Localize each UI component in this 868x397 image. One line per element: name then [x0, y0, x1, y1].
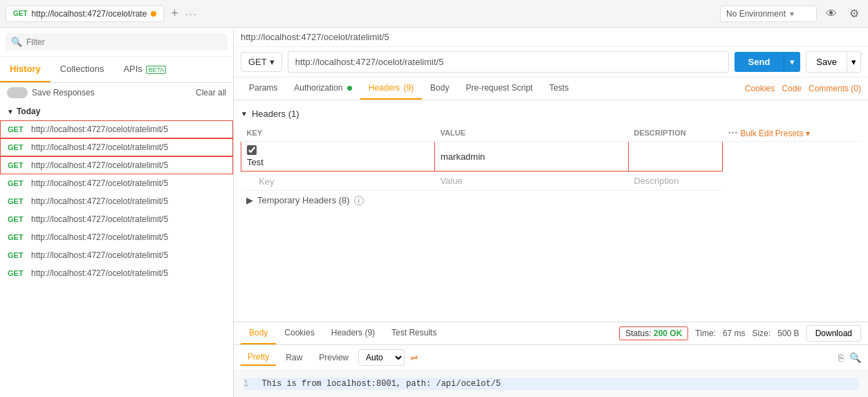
response-action-icons: ⎘ 🔍	[838, 352, 861, 363]
history-item[interactable]: GET http://localhost:4727/ocelot/ratelim…	[0, 120, 233, 138]
tab-body[interactable]: Body	[422, 77, 457, 100]
tab-authorization[interactable]: Authorization	[286, 77, 360, 100]
settings-icon-button[interactable]: ⚙	[846, 6, 862, 21]
comments-button[interactable]: Comments (0)	[809, 84, 861, 93]
search-icon-button[interactable]: 🔍	[849, 352, 861, 363]
tab-apis[interactable]: APIs BETA	[113, 57, 176, 82]
history-item[interactable]: GET http://localhost:4727/ocelot/ratelim…	[0, 156, 233, 174]
save-responses-label: Save Responses	[32, 88, 95, 98]
save-button[interactable]: Save	[806, 52, 847, 72]
tab-history[interactable]: History	[0, 57, 50, 82]
size-value: 500 B	[777, 329, 799, 338]
method-badge: GET	[8, 251, 26, 259]
resp-headers-badge: (9)	[364, 328, 375, 338]
history-item[interactable]: GET http://localhost:4727/ocelot/ratelim…	[0, 138, 233, 156]
desc-column-header: DESCRIPTION	[629, 124, 723, 142]
format-pretty-button[interactable]: Pretty	[241, 349, 276, 366]
presets-button[interactable]: Presets ▾	[775, 129, 810, 138]
tab-url-text: http://localhost:4727/ocelot/rate	[32, 9, 147, 19]
copy-icon-button[interactable]: ⎘	[838, 352, 844, 363]
history-url: http://localhost:4727/ocelot/ratelimit/5	[31, 250, 168, 260]
format-raw-button[interactable]: Raw	[279, 350, 309, 365]
header-desc-cell	[629, 142, 723, 172]
time-label: Time:	[695, 329, 716, 338]
format-type-select[interactable]: Auto JSON XML HTML Text	[358, 349, 405, 366]
value-column-header: VALUE	[435, 124, 629, 142]
history-item[interactable]: GET http://localhost:4727/ocelot/ratelim…	[0, 210, 233, 228]
url-input[interactable]	[288, 51, 729, 73]
headers-count-badge: (9)	[403, 83, 414, 93]
eye-icon-button[interactable]: 👁	[822, 6, 840, 21]
wrap-icon: ⇌	[410, 352, 418, 363]
send-button[interactable]: Send	[735, 52, 784, 72]
desc-placeholder-text: Description	[634, 176, 679, 186]
history-item[interactable]: GET http://localhost:4727/ocelot/ratelim…	[0, 228, 233, 246]
resp-tab-test-results[interactable]: Test Results	[383, 322, 445, 344]
search-input-wrapper[interactable]: 🔍	[6, 33, 228, 50]
method-select[interactable]: GET ▾	[241, 52, 282, 72]
sidebar-tabs: History Collections APIs BETA	[0, 57, 233, 83]
history-section-title: ▼ Today	[0, 102, 233, 120]
request-tabs: Params Authorization Headers (9) Body Pr…	[234, 77, 868, 100]
tab-collections[interactable]: Collections	[50, 57, 114, 82]
header-row	[241, 142, 862, 172]
header-key-input[interactable]	[247, 157, 429, 167]
bulk-edit-button[interactable]: Bulk Edit	[740, 129, 773, 138]
tab-actions: Cookies Code Comments (0)	[745, 84, 861, 93]
filter-input[interactable]	[26, 37, 222, 47]
code-button[interactable]: Code	[782, 84, 802, 93]
history-item[interactable]: GET http://localhost:4727/ocelot/ratelim…	[0, 264, 233, 282]
resp-tab-headers[interactable]: Headers (9)	[323, 322, 383, 344]
temp-headers-label: Temporary Headers (8)	[257, 195, 350, 205]
history-item[interactable]: GET http://localhost:4727/ocelot/ratelim…	[0, 192, 233, 210]
save-responses-toggle[interactable]	[7, 87, 28, 98]
more-icon: ···	[728, 127, 739, 138]
tab-tests[interactable]: Tests	[541, 77, 577, 100]
tab-headers[interactable]: Headers (9)	[360, 77, 422, 100]
resp-tab-cookies[interactable]: Cookies	[276, 322, 322, 344]
header-checkbox[interactable]	[247, 145, 257, 155]
response-format-bar: Pretty Raw Preview Auto JSON XML HTML Te…	[234, 345, 868, 371]
cookies-button[interactable]: Cookies	[745, 84, 775, 93]
download-button[interactable]: Download	[806, 325, 861, 342]
temp-headers-row[interactable]: ▶ Temporary Headers (8) i	[241, 191, 861, 210]
line-number: 1	[243, 379, 248, 389]
header-value-input[interactable]	[441, 151, 622, 162]
response-area: Body Cookies Headers (9) Test Results St…	[234, 322, 868, 397]
more-tabs-button[interactable]: ···	[185, 8, 198, 19]
history-url: http://localhost:4727/ocelot/ratelimit/5	[31, 232, 168, 242]
method-badge: GET	[8, 143, 26, 151]
header-row-placeholder: Key Value Description	[241, 172, 862, 191]
save-arrow-button[interactable]: ▾	[847, 52, 860, 72]
history-url: http://localhost:4727/ocelot/ratelimit/5	[31, 268, 168, 278]
sidebar-search-area: 🔍	[0, 28, 233, 57]
status-badge: Status: 200 OK	[619, 326, 688, 340]
method-badge: GET	[8, 161, 26, 169]
active-tab[interactable]: GET http://localhost:4727/ocelot/rate	[6, 6, 164, 22]
auth-dot	[347, 86, 352, 91]
response-line: 1 This is from localhost:8001, path: /ap…	[243, 378, 858, 390]
history-list: GET http://localhost:4727/ocelot/ratelim…	[0, 120, 233, 397]
history-item[interactable]: GET http://localhost:4727/ocelot/ratelim…	[0, 174, 233, 192]
size-label: Size:	[752, 329, 771, 338]
env-dropdown[interactable]: No Environment ▾	[720, 6, 817, 22]
format-preview-button[interactable]: Preview	[312, 350, 355, 365]
resp-tab-body[interactable]: Body	[241, 322, 276, 344]
history-url: http://localhost:4727/ocelot/ratelimit/5	[31, 160, 168, 170]
method-badge: GET	[8, 215, 26, 223]
history-item[interactable]: GET http://localhost:4727/ocelot/ratelim…	[0, 246, 233, 264]
method-badge: GET	[8, 269, 26, 277]
tab-params[interactable]: Params	[241, 77, 286, 100]
tab-pre-request[interactable]: Pre-request Script	[457, 77, 541, 100]
send-arrow-button[interactable]: ▾	[784, 52, 800, 72]
clear-all-button[interactable]: Clear all	[196, 88, 226, 98]
headers-section: ▼ Headers (1) KEY VALUE DESCRIPTION ··· …	[234, 100, 868, 322]
time-value: 67 ms	[723, 329, 746, 338]
key-column-header: KEY	[241, 124, 435, 142]
sidebar: 🔍 History Collections APIs BETA Save Res…	[0, 28, 234, 397]
new-tab-button[interactable]: +	[168, 6, 181, 21]
key-placeholder-text: Key	[259, 176, 274, 187]
table-actions-header: ··· Bulk Edit Presets ▾	[723, 124, 861, 142]
headers-section-title: Headers (1)	[252, 109, 299, 119]
status-label: Status:	[625, 329, 651, 338]
